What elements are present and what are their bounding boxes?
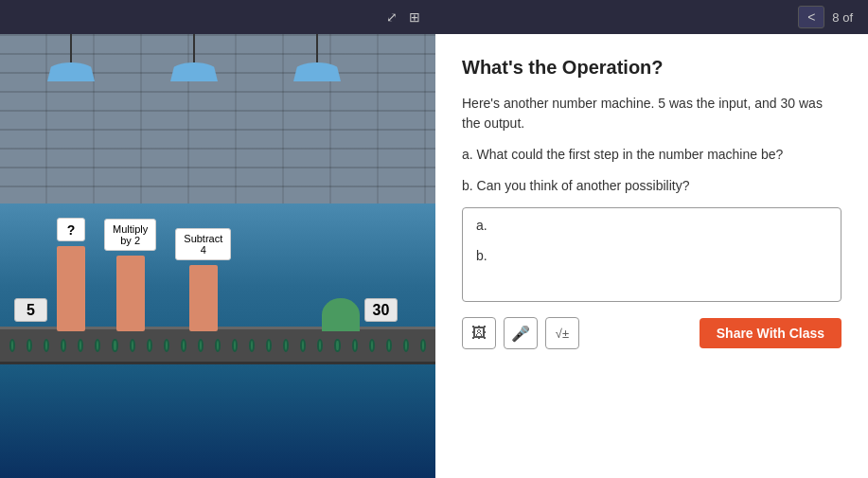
lamp-1 [47, 34, 95, 81]
top-bar-icons: ⤢ ⊞ [15, 9, 790, 25]
subtract-label: Subtract4 [175, 228, 231, 260]
lamp-3 [293, 34, 341, 81]
subtract-machine: Subtract4 [175, 228, 231, 331]
page-indicator: 8 of [832, 10, 853, 25]
lamp-shade [170, 62, 218, 81]
conveyor-arm [322, 298, 360, 331]
lamp-wire [193, 34, 195, 62]
mic-button[interactable]: 🎤 [504, 317, 538, 349]
image-button[interactable]: 🖼 [462, 317, 496, 349]
conveyor-dot [78, 339, 83, 352]
conveyor-dot [9, 339, 15, 352]
machine-pipe-question [57, 246, 85, 331]
conveyor-dot [369, 339, 375, 352]
question-b-text: b. Can you think of another possibility? [462, 176, 841, 196]
question-machine: ? [57, 218, 85, 331]
conveyor-dot [249, 339, 255, 352]
conveyor-dot [300, 339, 306, 352]
lamp-2 [170, 34, 218, 81]
conveyor-dot [95, 339, 100, 352]
conveyor-dot [27, 339, 32, 352]
page-title: What's the Operation? [462, 57, 841, 79]
conveyor-dot [386, 339, 392, 352]
answer-row-a: a. [476, 218, 827, 233]
conveyor-dot [147, 339, 152, 352]
mic-icon: 🎤 [511, 325, 530, 343]
question-a-text: a. What could the first step in the numb… [462, 145, 841, 165]
conveyor-dot [215, 339, 221, 352]
question-mark-label: ? [57, 218, 85, 241]
conveyor-dot [130, 339, 135, 352]
machine-pipe-multiply [116, 256, 145, 331]
lamp-wire [70, 34, 72, 62]
description-text: Here's another number machine. 5 was the… [462, 94, 841, 133]
conveyor-dot [403, 339, 409, 352]
answer-row-b: b. [476, 248, 827, 263]
conveyor-dot [334, 339, 340, 352]
conveyor-dot [61, 339, 66, 352]
lamp-shade [293, 62, 341, 81]
conveyor-dot [112, 339, 117, 352]
conveyor-dot [420, 339, 426, 352]
conveyor-dot [164, 339, 169, 352]
input-number: 5 [14, 298, 47, 322]
toolbar: 🖼 🎤 √± Share With Class [462, 317, 841, 349]
lamp-shade [47, 62, 95, 81]
answer-b-label: b. [476, 248, 491, 263]
ceiling-lamps [0, 34, 435, 81]
nav-back-button[interactable]: < [798, 6, 824, 28]
math-button[interactable]: √± [545, 317, 579, 349]
expand-icon[interactable]: ⤢ [386, 9, 398, 25]
conveyor-dot [283, 339, 289, 352]
conveyor-dot [44, 339, 49, 352]
answer-a-label: a. [476, 218, 491, 233]
conveyor-dot [266, 339, 272, 352]
lamp-wire [316, 34, 318, 62]
machines-area: ? Multiplyby 2 Subtract4 [57, 218, 416, 331]
multiply-label: Multiplyby 2 [104, 219, 156, 251]
game-panel: 5 ? Multiplyby 2 Subtract4 30 [0, 34, 435, 478]
math-icon: √± [556, 327, 569, 341]
image-icon: 🖼 [471, 325, 487, 342]
right-panel: What's the Operation? Here's another num… [435, 34, 868, 478]
main-content: 5 ? Multiplyby 2 Subtract4 30 Wh [0, 34, 868, 478]
conveyor-dot [352, 339, 358, 352]
conveyor-dot [232, 339, 238, 352]
output-number: 30 [364, 298, 398, 322]
answer-box: a. b. [462, 207, 841, 302]
share-with-class-button[interactable]: Share With Class [700, 318, 841, 348]
machine-pipe-subtract [189, 265, 218, 331]
conveyor-dot [317, 339, 323, 352]
conveyor-dot [181, 339, 186, 352]
conveyor-dot [198, 339, 204, 352]
answer-b-input[interactable] [501, 248, 827, 263]
multiply-machine: Multiplyby 2 [104, 219, 156, 331]
top-bar: ⤢ ⊞ < 8 of [0, 0, 868, 34]
grid-icon[interactable]: ⊞ [409, 9, 420, 25]
answer-a-input[interactable] [501, 218, 827, 233]
